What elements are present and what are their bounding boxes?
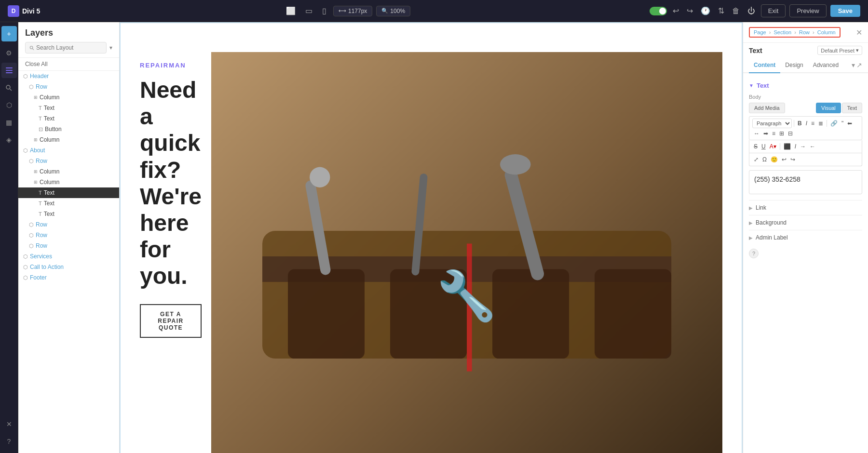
table-btn[interactable]: ⊞ — [778, 129, 786, 138]
svg-rect-12 — [492, 269, 569, 359]
ul-btn[interactable]: ≡ — [810, 119, 816, 128]
layer-button1[interactable]: ⊡ Button — [18, 124, 119, 134]
color-btn[interactable]: A▾ — [768, 142, 778, 151]
theme-toggle[interactable] — [650, 7, 667, 15]
italic2-btn[interactable]: I — [793, 142, 798, 151]
tab-design[interactable]: Design — [780, 58, 808, 73]
background-section-label: Background — [756, 219, 787, 226]
components-icon-item[interactable]: ⬡ — [1, 97, 17, 113]
trash-btn[interactable]: 🗑 — [730, 5, 742, 17]
body-label: Body — [749, 94, 862, 100]
layer-services[interactable]: ⬡ Services — [18, 251, 119, 262]
background-section-toggle[interactable]: ▶ Background — [749, 215, 862, 230]
help-icon[interactable]: ? — [749, 249, 759, 258]
layer-header[interactable]: ⬡ Header — [18, 71, 119, 81]
align-justify-btn[interactable]: ≡ — [771, 129, 777, 138]
expand-btn[interactable]: ⤢ — [752, 155, 760, 164]
align-right-btn[interactable]: ➡ — [762, 129, 770, 138]
layer-row4[interactable]: ⬡ Row — [18, 230, 119, 240]
layer-col1[interactable]: ⊞ Column — [18, 92, 119, 103]
search-icon-item[interactable] — [1, 80, 17, 95]
layers-icon-item[interactable] — [1, 63, 17, 78]
layer-text1[interactable]: T Text — [18, 103, 119, 113]
tab-content[interactable]: Content — [749, 58, 780, 73]
layer-col3[interactable]: ⊞ Column — [18, 166, 119, 177]
emoji-btn[interactable]: 🙂 — [769, 155, 779, 164]
italic-btn[interactable]: I — [804, 119, 809, 128]
sidebar-icons: + ⚙ ⬡ ▦ ◈ ✕ ? — [0, 22, 18, 453]
link-section-toggle[interactable]: ▶ Link — [749, 200, 862, 215]
strikethrough-btn[interactable]: S — [752, 142, 759, 151]
svg-point-3 — [6, 85, 10, 89]
tab-advanced[interactable]: Advanced — [808, 58, 843, 73]
paragraph-select[interactable]: Paragraph — [752, 119, 792, 128]
blockquote-btn[interactable]: " — [840, 119, 845, 128]
breadcrumb-row[interactable]: Row — [799, 29, 810, 35]
settings-icon-item[interactable]: ⚙ — [1, 45, 17, 61]
woo-icon-item[interactable]: ◈ — [1, 132, 17, 147]
outdent-btn[interactable]: ← — [808, 142, 817, 151]
link-btn[interactable]: 🔗 — [829, 119, 839, 128]
redo-btn[interactable]: ↪ — [685, 4, 695, 17]
visual-mode-btn[interactable]: Visual — [816, 103, 841, 113]
layer-row3[interactable]: ⬡ Row — [18, 219, 119, 230]
align-left-btn[interactable]: ⬅ — [846, 119, 854, 128]
help-icon-item[interactable]: ? — [1, 434, 17, 449]
mobile-view-btn[interactable]: ▯ — [319, 4, 329, 17]
svg-point-16 — [310, 167, 330, 187]
indent-btn[interactable]: → — [799, 142, 807, 151]
undo-editor-btn[interactable]: ↩ — [780, 155, 788, 164]
preset-selector[interactable]: Default Preset ▾ — [817, 46, 862, 55]
text-mode-btn[interactable]: Text — [842, 103, 862, 113]
redo-editor-btn[interactable]: ↪ — [789, 155, 797, 164]
hero-cta-button[interactable]: GET A REPAIR QUOTE — [140, 304, 202, 338]
layer-footer[interactable]: ⬡ Footer — [18, 272, 119, 283]
layout-btn[interactable]: ⇅ — [716, 4, 726, 17]
layers-search: ▾ — [25, 42, 112, 53]
filter-icon[interactable]: ▾ — [109, 44, 112, 51]
underline-btn[interactable]: U — [760, 142, 767, 151]
layer-text5[interactable]: T Text — [18, 209, 119, 219]
add-media-button[interactable]: Add Media — [749, 103, 785, 113]
admin-label-section-toggle[interactable]: ▶ Admin Label — [749, 230, 862, 245]
table2-btn[interactable]: ⊟ — [787, 129, 794, 138]
undo-btn[interactable]: ↩ — [671, 4, 681, 17]
layer-row2[interactable]: ⬡ Row — [18, 156, 119, 166]
svg-line-6 — [32, 48, 34, 50]
breadcrumb-column[interactable]: Column — [817, 29, 836, 35]
preview-button[interactable]: Preview — [789, 4, 826, 17]
media-icon-item[interactable]: ▦ — [1, 115, 17, 130]
right-panel-close-button[interactable]: ✕ — [856, 28, 862, 37]
layer-row5[interactable]: ⬡ Row — [18, 240, 119, 251]
layer-text3-active[interactable]: T Text — [18, 187, 119, 198]
save-button[interactable]: Save — [830, 5, 860, 17]
tablet-view-btn[interactable]: ▭ — [302, 4, 315, 17]
align-center-btn[interactable]: ↔ — [752, 129, 761, 138]
tab-more[interactable]: ▾ ↗ — [852, 58, 862, 72]
layer-row1[interactable]: ⬡ Row — [18, 81, 119, 92]
breadcrumb-page[interactable]: Page — [754, 29, 766, 35]
history-btn[interactable]: 🕐 — [699, 4, 712, 17]
text-content-editor[interactable]: (255) 352-6258 — [749, 170, 862, 194]
add-module-icon-btn[interactable]: + — [1, 26, 17, 41]
text-section-toggle[interactable]: ▼ Text — [749, 79, 862, 92]
admin-arrow-icon: ▶ — [749, 235, 753, 240]
close-all-btn[interactable]: Close All — [18, 58, 119, 71]
exit-button[interactable]: Exit — [761, 4, 786, 17]
bold-btn[interactable]: B — [796, 119, 803, 128]
layer-col4[interactable]: ⊞ Column — [18, 177, 119, 187]
superscript-btn[interactable]: ⬛ — [782, 142, 792, 151]
breadcrumb-section[interactable]: Section — [774, 29, 792, 35]
layer-text4[interactable]: T Text — [18, 198, 119, 209]
layer-cta[interactable]: ⬡ Call to Action — [18, 262, 119, 272]
omega-btn[interactable]: Ω — [761, 155, 768, 164]
settings-btn[interactable]: ⏻ — [746, 5, 757, 17]
layer-text2[interactable]: T Text — [18, 113, 119, 124]
layer-col2[interactable]: ⊞ Column — [18, 134, 119, 145]
tools-icon-item[interactable]: ✕ — [1, 416, 17, 432]
search-layout-input[interactable] — [36, 44, 102, 51]
ol-btn[interactable]: ≣ — [817, 119, 825, 128]
layer-about[interactable]: ⬡ About — [18, 145, 119, 156]
main-layout: + ⚙ ⬡ ▦ ◈ ✕ ? Layers — [0, 22, 868, 453]
desktop-view-btn[interactable]: ⬜ — [283, 4, 298, 17]
